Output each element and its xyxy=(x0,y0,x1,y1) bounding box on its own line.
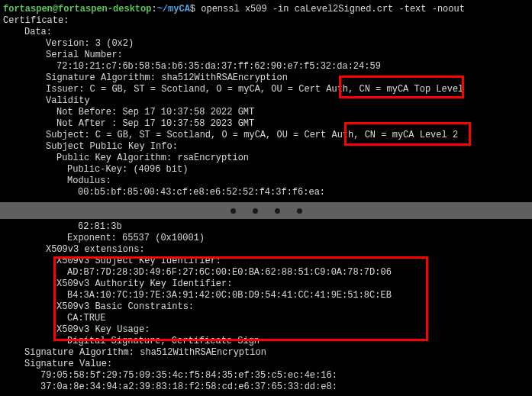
issuer-line: Issuer: C = GB, ST = Scotland, O = myCA,… xyxy=(3,84,529,95)
subject-head: Subject: C = GB, ST = Scotland, O = myCA… xyxy=(46,130,365,140)
prompt-path: ~/myCA xyxy=(157,4,190,14)
loading-dot xyxy=(297,208,302,214)
modulus-label: Modulus: xyxy=(3,175,529,187)
subject-cn: CN = myCA Level 2 xyxy=(365,130,458,140)
aki-value: B4:3A:10:7C:19:7E:3A:91:42:0C:0B:D9:54:4… xyxy=(3,290,529,301)
cert-title: Certificate: xyxy=(3,15,529,27)
command-text: openssl x509 -in caLevel2Signed.crt -tex… xyxy=(201,4,465,14)
bc-value: CA:TRUE xyxy=(3,313,529,324)
sigalg: Signature Algorithm: sha512WithRSAEncryp… xyxy=(3,72,529,84)
exponent: Exponent: 65537 (0x10001) xyxy=(3,233,529,244)
terminal[interactable]: fortaspen@fortaspen-desktop:~/myCA$ open… xyxy=(0,0,532,396)
version: Version: 3 (0x2) xyxy=(3,38,529,50)
issuer-head: Issuer: C = GB, ST = Scotland, O = myCA,… xyxy=(46,84,359,95)
aki-label: X509v3 Authority Key Identifier: xyxy=(3,278,529,290)
ku-value: Digital Signature, Certificate Sign xyxy=(3,336,529,347)
validity: Validity xyxy=(3,95,529,107)
ext-label: X509v3 extensions: xyxy=(3,244,529,256)
pubalg: Public Key Algorithm: rsaEncryption xyxy=(3,153,529,164)
issuer-cn: CN = myCA Top Level xyxy=(359,84,463,95)
ski-label: X509v3 Subject Key Identifier: xyxy=(3,256,529,267)
loading-overlay xyxy=(0,202,532,219)
serial-label: Serial Number: xyxy=(3,50,529,61)
mod-line1: 00:b5:bf:85:00:43:cf:e8:e6:52:52:f4:3f:f… xyxy=(3,187,529,198)
spki: Subject Public Key Info: xyxy=(3,141,529,153)
prompt-sep: : xyxy=(151,4,156,14)
pubkey-bits: Public-Key: (4096 bit) xyxy=(3,164,529,175)
ski-value: AD:B7:7D:28:3D:49:6F:27:6C:00:E0:BA:62:8… xyxy=(3,267,529,278)
not-before: Not Before: Sep 17 10:37:58 2022 GMT xyxy=(3,107,529,118)
mod-line3: 62:81:3b xyxy=(3,221,529,233)
sigval-label: Signature Value: xyxy=(3,359,529,370)
not-after: Not After : Sep 17 10:37:58 2023 GMT xyxy=(3,118,529,130)
prompt-line: fortaspen@fortaspen-desktop:~/myCA$ open… xyxy=(3,4,529,15)
subject-line: Subject: C = GB, ST = Scotland, O = myCA… xyxy=(3,130,529,141)
prompt-user: fortaspen@fortaspen-desktop xyxy=(3,4,151,14)
serial-value: 72:10:21:c7:6b:58:5a:b6:35:da:37:ff:62:9… xyxy=(3,61,529,72)
loading-dot xyxy=(231,208,236,214)
bc-label: X509v3 Basic Constraints: xyxy=(3,301,529,313)
sig-line1: 79:05:58:5f:29:75:09:35:4c:f5:84:35:ef:3… xyxy=(3,370,529,382)
prompt-dollar: $ xyxy=(190,4,195,14)
sig-line2: 37:0a:8e:34:94:a2:39:83:18:f2:58:cd:e6:3… xyxy=(3,382,529,393)
loading-dot xyxy=(253,208,258,214)
sigalg2: Signature Algorithm: sha512WithRSAEncryp… xyxy=(3,347,529,359)
loading-dot xyxy=(275,208,280,214)
data-label: Data: xyxy=(3,27,529,38)
ku-label: X509v3 Key Usage: xyxy=(3,324,529,336)
